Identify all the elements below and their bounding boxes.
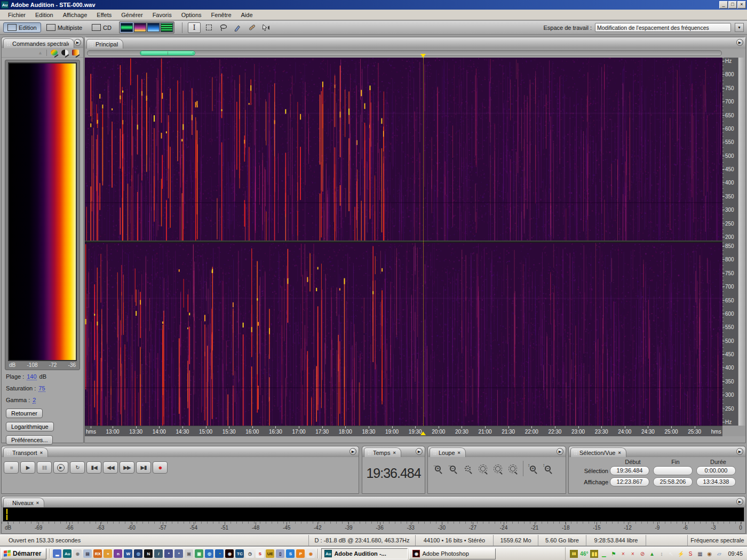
sparkle-quick-icon[interactable]: * xyxy=(164,549,173,558)
start-button[interactable]: Démarrer xyxy=(1,548,46,559)
zoom-in-vertical-button[interactable]: ↕ + xyxy=(526,462,539,475)
pc-quick-icon[interactable]: ▯ xyxy=(276,549,284,558)
time-ruler[interactable]: hms13:0013:3014:0014:3015:0015:3016:0016… xyxy=(85,426,722,436)
menu-aide[interactable]: Aide xyxy=(236,10,258,20)
transport-tab[interactable]: Transport × xyxy=(3,447,48,457)
phase-view-button[interactable] xyxy=(161,23,173,32)
zoom-out-horizontal-button[interactable]: ↔ − xyxy=(446,462,459,475)
network-off-tray-icon[interactable]: × xyxy=(619,550,627,558)
zoom-out-vertical-button[interactable]: ↕ − xyxy=(541,462,554,475)
close-icon[interactable]: × xyxy=(40,451,43,455)
spectral-controls-tab[interactable]: Commandes spectrale xyxy=(3,38,74,48)
rx-quick-icon[interactable]: RX xyxy=(93,549,102,558)
pause-button[interactable]: ▮▮ xyxy=(37,461,52,474)
field-value[interactable]: 75 xyxy=(38,385,45,392)
planet-quick-icon[interactable]: ◎ xyxy=(134,549,142,558)
meter-pause-tray-icon[interactable]: ▮▮ xyxy=(590,550,598,558)
temps-tab[interactable]: Temps × xyxy=(364,447,401,457)
close-icon[interactable]: × xyxy=(393,451,395,455)
spectral-gradient-editor[interactable] xyxy=(8,62,77,361)
adjust-triangle-icon[interactable]: ▲ xyxy=(38,50,43,55)
shortcut-tray-icon[interactable]: ▱ xyxy=(715,550,723,558)
taskbar-window-audition[interactable]: Au Adobe Audition -... xyxy=(321,548,408,559)
spectral-view-button[interactable] xyxy=(134,23,146,32)
principal-tab[interactable]: Principal xyxy=(86,39,123,49)
sync-tray-icon[interactable]: S xyxy=(686,550,694,558)
brush-tool[interactable] xyxy=(231,22,244,33)
play-from-cursor-button[interactable]: ▶ xyxy=(53,461,68,474)
ue-quick-icon[interactable]: UE xyxy=(266,549,274,558)
meter-pause-tray-icon[interactable]: ▮▮ xyxy=(570,550,578,558)
close-icon[interactable]: × xyxy=(36,501,39,506)
time-display[interactable]: 19:36.484 xyxy=(362,466,425,481)
frequency-axis[interactable]: Hz80075070065060055050045040035030025020… xyxy=(722,58,738,426)
retourner-button[interactable]: Retourner xyxy=(6,409,43,418)
record-button[interactable]: ● xyxy=(153,461,168,474)
onenote-quick-icon[interactable]: n xyxy=(114,549,122,558)
zoom-to-selection-button[interactable] xyxy=(476,462,489,475)
multipiste-mode-button[interactable]: Multipiste xyxy=(42,22,86,33)
audition-quick-icon[interactable]: Au xyxy=(63,549,71,558)
spot-heal-tool[interactable] xyxy=(245,22,258,33)
media-player-quick-icon[interactable]: ◉ xyxy=(306,549,315,558)
sbp-quick-icon[interactable]: S xyxy=(256,549,264,558)
start-value-field[interactable]: 12:23.867 xyxy=(610,477,649,486)
pdf-quick-icon[interactable]: P xyxy=(296,549,305,558)
menu-options[interactable]: Options xyxy=(177,10,206,20)
selection-vue-tab[interactable]: Sélection/Vue × xyxy=(570,447,626,457)
close-icon[interactable]: × xyxy=(458,451,460,455)
playhead-line[interactable] xyxy=(423,58,424,426)
menu-affichage[interactable]: Affichage xyxy=(58,10,92,20)
panel-menu-icon[interactable]: ▶ xyxy=(736,448,743,455)
stopwatch-quick-icon[interactable]: ◷ xyxy=(245,549,254,558)
navigator-range-thumb[interactable] xyxy=(140,51,195,55)
panel-menu-icon[interactable]: ▶ xyxy=(349,448,356,455)
tablet-quick-icon[interactable]: ▂ xyxy=(53,549,61,558)
spectral-pan-view-button[interactable] xyxy=(147,23,160,32)
folder-quick-icon[interactable]: » xyxy=(104,549,112,558)
s-wave-quick-icon[interactable]: S xyxy=(286,549,295,558)
end-value-field[interactable] xyxy=(653,466,693,475)
minimize-button[interactable]: _ xyxy=(719,1,728,9)
panel-menu-icon[interactable]: ▶ xyxy=(74,39,81,46)
menu-favoris[interactable]: Favoris xyxy=(148,10,177,20)
taskbar-window-photoshop[interactable]: ◉ Adobe Photoshop xyxy=(409,548,496,559)
globe-quick-icon[interactable]: ◎ xyxy=(205,549,213,558)
fast-forward-button[interactable]: ▶▶ xyxy=(120,461,134,474)
close-icon[interactable]: × xyxy=(618,451,621,455)
start-value-field[interactable]: 19:36.484 xyxy=(610,466,649,475)
zoom-left-edge-selection-button[interactable] xyxy=(491,462,504,475)
zoom-right-edge-selection-button[interactable] xyxy=(506,462,519,475)
play-button[interactable]: ▶ xyxy=(20,461,35,474)
end-value-field[interactable]: 25:58.206 xyxy=(653,477,693,486)
spectrogram-right-channel[interactable] xyxy=(85,243,722,426)
mouse-tray-icon[interactable]: ◉ xyxy=(705,550,713,558)
vertical-scrollbar[interactable] xyxy=(738,58,745,426)
flag-tray-icon[interactable]: ⚑ xyxy=(609,550,617,558)
logarithmique-button[interactable]: Logarithmique xyxy=(6,422,54,431)
playhead-marker-top-icon[interactable] xyxy=(420,54,426,60)
preferences-button[interactable]: Préférences... xyxy=(6,435,53,445)
playhead-marker-bottom-icon[interactable] xyxy=(420,429,426,435)
field-value[interactable]: 2 xyxy=(33,397,36,404)
menu-effets[interactable]: Effets xyxy=(92,10,116,20)
hue-pen-icon[interactable] xyxy=(51,50,58,55)
duration-value-field[interactable]: 0:00.000 xyxy=(696,466,736,475)
photoshop-eye-quick-icon[interactable]: ◉ xyxy=(225,549,234,558)
network-off2-tray-icon[interactable]: × xyxy=(629,550,637,558)
loupe-tab[interactable]: Loupe × xyxy=(430,447,466,457)
go-to-end-button[interactable]: ▶▮ xyxy=(136,461,151,474)
cursor-tray-icon[interactable]: ↖ xyxy=(667,550,675,558)
panel-menu-icon[interactable]: ▶ xyxy=(416,448,423,455)
zoom-out-full-button[interactable]: − xyxy=(461,462,474,475)
spectrogram-area[interactable] xyxy=(85,58,722,426)
time-selection-tool[interactable]: I xyxy=(188,22,201,33)
scrub-tool[interactable] xyxy=(260,22,273,33)
edition-mode-button[interactable]: Edition xyxy=(3,22,41,33)
lightning-tray-icon[interactable]: ⚡ xyxy=(677,550,685,558)
word-quick-icon[interactable]: W xyxy=(124,549,132,558)
navigator-track[interactable] xyxy=(87,50,722,56)
menu-generer[interactable]: Générer xyxy=(116,10,147,20)
marquee-selection-tool[interactable] xyxy=(202,22,215,33)
numpad-tray-icon[interactable]: ▦ xyxy=(696,550,704,558)
